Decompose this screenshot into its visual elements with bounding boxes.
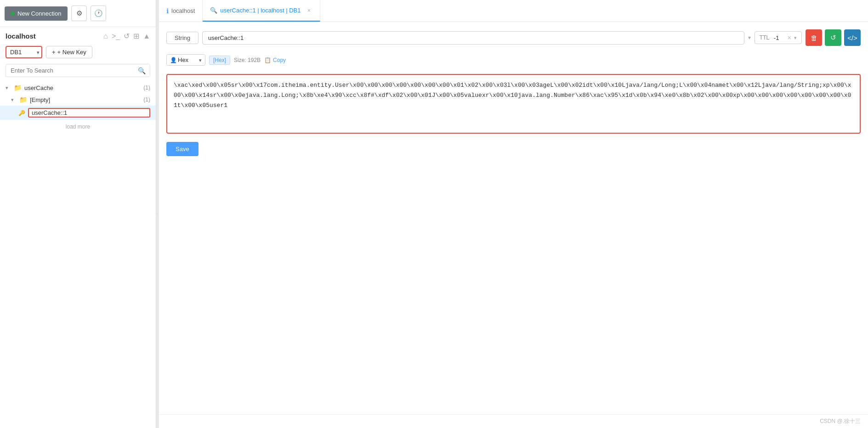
delete-button[interactable]: 🗑 — [806, 29, 822, 46]
tree-item-empty[interactable]: ▾ 📁 [Empty] (1) — [0, 94, 156, 106]
tab-label: userCache::1 | localhost | DB1 — [220, 7, 301, 14]
key-name-input[interactable] — [202, 31, 744, 45]
refresh-icon: ↺ — [830, 34, 836, 42]
watermark-text: CSDN @.徐十三 — [820, 418, 861, 424]
code-button[interactable]: </> — [844, 29, 861, 46]
host-label: localhost — [6, 32, 36, 40]
key-viewer: String ▾ TTL -1 × ▾ 🗑 ↺ </> — [159, 22, 868, 414]
tab-bar: ℹ localhost 🔍 userCache::1 | localhost |… — [159, 0, 868, 22]
action-buttons: 🗑 ↺ </> — [806, 29, 861, 46]
copy-label: Copy — [273, 57, 286, 63]
gear-icon: ⚙ — [76, 9, 82, 17]
trash-icon: 🗑 — [811, 34, 817, 42]
host-actions: ⌂ >_ ↺ ⊞ ▲ — [103, 32, 150, 40]
db-select-wrap: DB0 DB1 DB2 DB3 — [6, 46, 42, 58]
tree-item-label: [Empty] — [30, 96, 141, 103]
footer-watermark: CSDN @.徐十三 — [159, 414, 868, 428]
value-text: \xac\xed\x00\x05sr\x00\x17com.itheima.en… — [174, 82, 851, 109]
search-icon: 🔍 — [138, 67, 146, 74]
ttl-label: TTL — [760, 34, 771, 41]
tree-item-count: (1) — [143, 84, 150, 91]
refresh-icon[interactable]: ↺ — [124, 32, 130, 40]
search-input[interactable] — [6, 64, 150, 77]
tree-item-count: (1) — [143, 96, 150, 103]
tab-label: localhost — [171, 7, 195, 14]
chevron-down-icon: ▾ — [11, 97, 17, 103]
value-toolbar: 👤 Hex JSON Text [Hex] Size: 192B 📋 Copy — [166, 52, 861, 68]
folder-icon: 📁 — [14, 84, 22, 91]
copy-button[interactable]: 📋 Copy — [264, 57, 286, 63]
format-select-wrap: 👤 Hex JSON Text — [166, 54, 205, 66]
chevron-down-icon: ▾ — [794, 35, 797, 41]
chevron-down-icon: ▾ — [6, 85, 11, 91]
db-select[interactable]: DB0 DB1 DB2 DB3 — [6, 46, 42, 58]
ttl-section: TTL -1 × ▾ — [755, 31, 802, 44]
clock-icon: 🕐 — [94, 9, 103, 17]
format-icon: 👤 — [170, 57, 177, 63]
code-icon: </> — [847, 34, 857, 42]
tree-item-label: userCache — [24, 84, 141, 91]
copy-icon: 📋 — [264, 57, 271, 63]
info-icon: ℹ — [166, 7, 169, 15]
tree-item-userCache-1[interactable]: 🔑 userCache::1 — [0, 106, 156, 120]
sidebar-header: New Connection ⚙ 🕐 — [0, 0, 156, 27]
collapse-icon[interactable]: ▲ — [143, 32, 150, 40]
tree-item-label: userCache::1 — [28, 108, 150, 118]
size-label: Size: 192B — [234, 57, 261, 63]
new-connection-button[interactable]: New Connection — [5, 6, 68, 21]
connection-status-dot — [11, 11, 15, 15]
chevron-down-icon: ▾ — [748, 34, 751, 41]
search-row: 🔍 — [0, 61, 156, 80]
tree-item-userCache[interactable]: ▾ 📁 userCache (1) — [0, 82, 156, 94]
db-selector-row: DB0 DB1 DB2 DB3 + + New Key — [0, 43, 156, 61]
value-content[interactable]: \xac\xed\x00\x05sr\x00\x17com.itheima.en… — [166, 74, 861, 134]
new-key-button[interactable]: + + New Key — [46, 46, 92, 58]
plus-icon: + — [52, 49, 56, 56]
folder-icon: 📁 — [19, 96, 27, 103]
key-name-row: String ▾ TTL -1 × ▾ 🗑 ↺ </> — [166, 29, 861, 46]
sidebar: New Connection ⚙ 🕐 localhost ⌂ >_ ↺ ⊞ ▲ … — [0, 0, 156, 428]
tab-localhost[interactable]: ℹ localhost — [159, 0, 203, 22]
tab-userCache-1[interactable]: 🔍 userCache::1 | localhost | DB1 × — [203, 0, 320, 22]
terminal-icon[interactable]: >_ — [112, 32, 120, 40]
ttl-clear-icon[interactable]: × — [788, 34, 791, 41]
load-more-button[interactable]: load more — [0, 120, 156, 134]
key-icon: 🔑 — [18, 110, 25, 116]
save-button[interactable]: Save — [166, 142, 199, 156]
new-key-label: + New Key — [57, 49, 86, 56]
main-content: ℹ localhost 🔍 userCache::1 | localhost |… — [159, 0, 868, 428]
tree-area: ▾ 📁 userCache (1) ▾ 📁 [Empty] (1) 🔑 user… — [0, 80, 156, 428]
type-badge: String — [166, 32, 199, 44]
tab-close-icon[interactable]: × — [305, 7, 312, 14]
settings-icon-btn[interactable]: ⚙ — [71, 6, 87, 21]
home-icon[interactable]: ⌂ — [103, 32, 108, 40]
grid-icon[interactable]: ⊞ — [133, 32, 139, 40]
ttl-value: -1 — [774, 34, 785, 41]
refresh-button[interactable]: ↺ — [825, 29, 841, 46]
sidebar-host-row: localhost ⌂ >_ ↺ ⊞ ▲ — [0, 27, 156, 43]
hex-badge[interactable]: [Hex] — [209, 56, 230, 65]
new-connection-label: New Connection — [17, 10, 61, 17]
search-icon: 🔍 — [210, 7, 217, 14]
clock-icon-btn[interactable]: 🕐 — [91, 6, 106, 21]
